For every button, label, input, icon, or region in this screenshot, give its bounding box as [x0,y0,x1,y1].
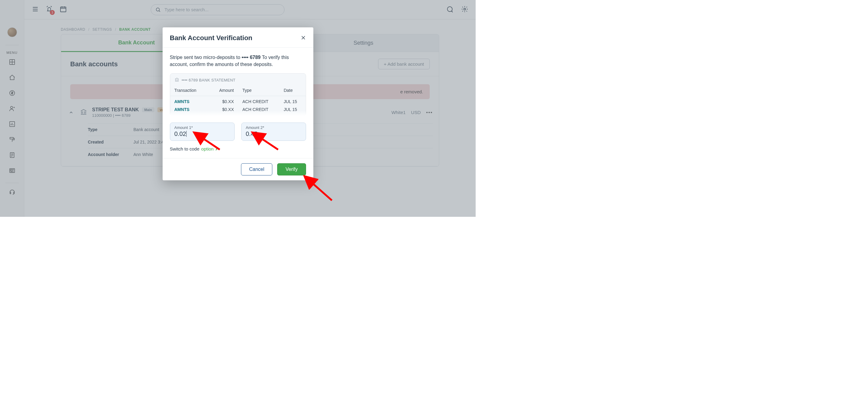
statement-preview: •••• 6789 BANK STATEMENT Transaction Amo… [170,73,306,116]
amount1-field[interactable]: Amount 1* 0.02 [170,123,235,141]
stmt-cell: JUL 15 [279,96,305,106]
amount2-label: Amount 2* [246,125,302,130]
amount1-value: 0.02 [175,130,186,137]
switch-link-text: option [201,146,214,151]
col-transaction: Transaction [170,86,207,96]
modal-description: Stripe sent two micro-deposits to •••• 6… [170,54,306,68]
bank-icon [175,77,179,83]
chevron-right-icon [215,148,218,151]
statement-title: •••• 6789 BANK STATEMENT [182,78,236,83]
verification-modal: Bank Account Verification Stripe sent tw… [163,27,313,180]
modal-title: Bank Account Verification [170,34,253,42]
stmt-cell: $0.XX [207,96,238,106]
amount2-value: 0.45 [246,130,302,138]
col-amount: Amount [207,86,238,96]
annotation-arrow-icon [308,182,335,204]
modal-overlay: Bank Account Verification Stripe sent tw… [0,0,476,217]
amount1-label: Amount 1* [175,125,230,130]
col-type: Type [238,86,279,96]
svg-line-12 [311,182,332,201]
switch-mode[interactable]: Switch to code option [170,146,306,151]
text-caret [186,131,187,137]
cancel-button[interactable]: Cancel [241,163,273,176]
verify-button[interactable]: Verify [277,163,306,176]
close-icon[interactable] [301,35,306,41]
stmt-cell: ACH CREDIT [238,96,279,106]
col-date: Date [279,86,305,96]
amount2-field[interactable]: Amount 2* 0.45 [241,123,306,141]
stmt-cell: AMNTS [170,96,207,106]
